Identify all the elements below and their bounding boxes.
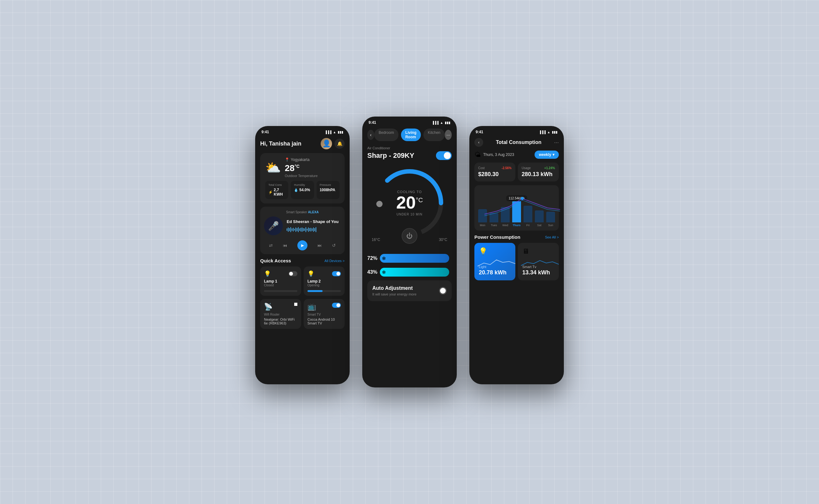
auto-toggle[interactable] (439, 287, 447, 295)
weather-card: ⛅ 📍 Yogyakarta 28°C Outdoor Temperature … (260, 153, 345, 203)
wifi-icon: ▲ (333, 130, 336, 134)
greeting-row: Hi, Tanisha jain 👤 🔔 (260, 138, 345, 149)
smarttv-card: 📺 Smart TV Cocca Android 10 Smart TV (304, 299, 345, 329)
light-icon: 💡 (479, 247, 511, 255)
svg-point-2 (375, 199, 384, 208)
greeting-icons: 👤 🔔 (321, 138, 345, 149)
bar-label-fri: Fri (526, 224, 530, 227)
auto-title: Auto Adjustment (372, 285, 416, 291)
fan1-slider[interactable]: ❄ (380, 254, 449, 263)
all-devices-link[interactable]: All Devices > (324, 259, 345, 263)
lamp1-card: 💡 Lamp 1 Closed (260, 266, 301, 296)
status-icons-2: ▐▐▐ ▲ ▮▮▮ (432, 121, 450, 124)
tv-value: 13.34 kWh (522, 269, 554, 276)
quick-access-header: Quick Access All Devices > (260, 258, 345, 263)
next-btn[interactable]: ⏭ (318, 243, 322, 248)
bar-label-tues: Tues (491, 224, 497, 227)
fan-control-1: 72% ❄ (367, 254, 452, 263)
chevron-down-icon: ▾ (553, 152, 554, 157)
fan2-pct: 43% (367, 269, 377, 275)
tv-mini-chart (518, 257, 559, 269)
fan-control-2: 43% ❄ (367, 268, 452, 277)
fan-icon-2: ❄ (382, 269, 386, 275)
wifi-icon-3: ▲ (547, 130, 550, 134)
lamp1-bar (264, 290, 297, 292)
wifi-router-icon: 📡 (264, 303, 272, 311)
smarttv-icon: 📺 (307, 303, 316, 311)
bottom-devices: 📡 Wifi Router Neatgear: Orbi WiFi 6e (RB… (260, 299, 345, 329)
lamp2-toggle[interactable] (332, 271, 341, 276)
status-bar-3: 9:41 ▐▐▐ ▲ ▮▮▮ (469, 126, 564, 135)
weather-icon: ⛅ (265, 160, 281, 175)
bar-sat: Sat (535, 198, 544, 227)
bar-label-thurs: Thurs (513, 224, 520, 227)
temp-display: 20°C (396, 194, 423, 211)
status-icons-3: ▐▐▐ ▲ ▮▮▮ (539, 130, 558, 134)
quick-access-grid: 💡 Lamp 1 Closed 💡 Lamp 2 Opening (260, 266, 345, 296)
bar-sun: Sun (546, 198, 555, 227)
date-text: Thurs, 3 Aug 2023 (483, 152, 514, 157)
more-btn[interactable]: ··· (445, 130, 452, 140)
album-art: 🎤 (264, 216, 283, 235)
greeting-text: Hi, Tanisha jain (260, 140, 301, 147)
shuffle-btn[interactable]: ⇄ (269, 243, 273, 248)
ac-power-toggle[interactable] (436, 151, 452, 160)
phone1: 9:41 ▐▐▐ ▲ ▮▮▮ Hi, Tanisha jain 👤 🔔 ⛅ 📍 (255, 126, 350, 384)
lamp2-bar (307, 290, 341, 292)
smarttv-cat: Smart TV (307, 313, 341, 316)
room-tab-kitchen[interactable]: Kitchen (423, 129, 445, 141)
music-row: 🎤 Ed Sheeran - Shape of You (264, 216, 341, 235)
repeat-btn[interactable]: ↺ (332, 243, 336, 248)
usage-label: Usage (522, 166, 531, 170)
bar-label-sun: Sun (548, 224, 553, 227)
bar-thurs: Thurs (512, 198, 521, 227)
light-card: 💡 Light 20.78 kWh (474, 243, 515, 280)
wifi-router-header: 📡 (264, 303, 297, 311)
notification-bell[interactable]: 🔔 (335, 139, 345, 149)
status-bar-2: 9:41 ▐▐▐ ▲ ▮▮▮ (362, 117, 457, 126)
date-row: 🌤 Thurs, 3 Aug 2023 weekly ▾ (474, 151, 559, 159)
phone3: 9:41 ▐▐▐ ▲ ▮▮▮ ‹ Total Consumption ··· 🌤… (469, 126, 564, 384)
room-tab-living[interactable]: Living Room (401, 129, 421, 141)
usage-card: Usage +1.24% 280.13 kWh (518, 163, 559, 181)
see-all-link[interactable]: See All > (545, 235, 559, 239)
lamp1-icon: 💡 (264, 270, 271, 277)
weather-label: Outdoor Temperature (285, 174, 340, 178)
bar-label-wed: Wed (502, 224, 508, 227)
cost-change: -2.56% (501, 166, 512, 170)
thermostat-center: COOLING TO 20°C UNDER 10 MIN (396, 190, 423, 216)
lamp1-name: Lamp 1 (264, 279, 297, 283)
cost-label: Cost (478, 166, 485, 170)
prev-btn[interactable]: ⏮ (283, 243, 287, 248)
lamp2-name: Lamp 2 (307, 279, 341, 283)
temperature: 28°C (285, 163, 340, 173)
usage-top: Usage +1.24% (522, 166, 555, 170)
bar-label-sat: Sat (537, 224, 541, 227)
lamp1-toggle[interactable] (289, 271, 297, 276)
music-card: Smart Speaker ALEXA 🎤 Ed Sheeran - Shape… (260, 207, 345, 254)
fan2-slider[interactable]: ❄ (380, 268, 449, 277)
avatar: 👤 (321, 138, 332, 149)
back-btn[interactable]: ‹ (367, 130, 374, 140)
wifi-indicator (294, 303, 297, 306)
light-value: 20.78 kWh (479, 269, 511, 276)
wifi-model: Neatgear: Orbi WiFi 6e (RBKE963) (264, 318, 297, 325)
period-selector[interactable]: weekly ▾ (535, 151, 559, 159)
energy-back-btn[interactable]: ‹ (474, 138, 483, 147)
status-icons-1: ▐▐▐ ▲ ▮▮▮ (325, 130, 343, 134)
time-3: 9:41 (476, 130, 483, 134)
energy-page-title: Total Consumption (496, 140, 541, 145)
play-btn[interactable]: ▶ (297, 240, 307, 250)
smarttv-toggle[interactable] (332, 303, 341, 308)
weather-info: 📍 Yogyakarta 28°C Outdoor Temperature (285, 157, 340, 178)
cost-card: Cost -2.56% $280.30 (474, 163, 515, 181)
battery-icon-2: ▮▮▮ (445, 121, 450, 124)
lamp2-icon: 💡 (307, 270, 314, 277)
tv-icon: 🖥 (522, 247, 554, 255)
lamp2-status: Opening (307, 283, 341, 287)
battery-icon-3: ▮▮▮ (552, 130, 558, 134)
location-text: Yogyakarta (291, 157, 310, 162)
wifi-router-card: 📡 Wifi Router Neatgear: Orbi WiFi 6e (RB… (260, 299, 301, 329)
more-options-btn[interactable]: ··· (554, 139, 559, 146)
room-tab-bedroom[interactable]: Bedroom (374, 129, 398, 141)
